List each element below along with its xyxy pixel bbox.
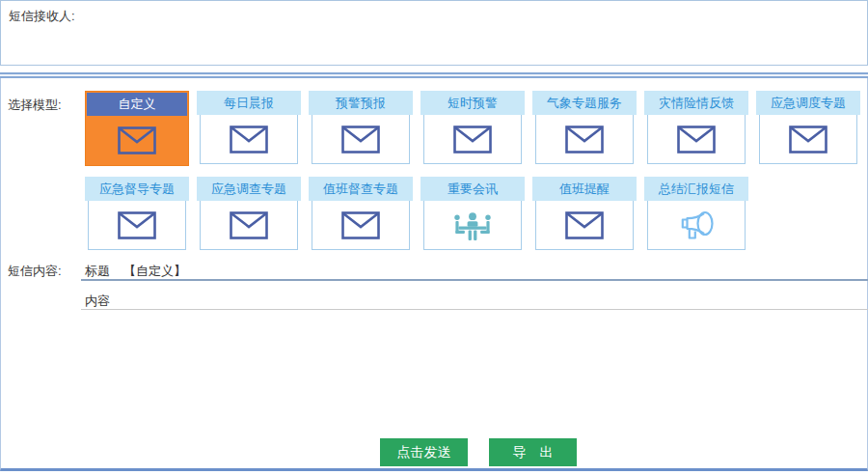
envelope-icon (341, 211, 380, 239)
template-card-body (535, 201, 634, 250)
template-card-body (200, 115, 298, 164)
envelope-icon (789, 126, 827, 154)
template-card-body (86, 116, 188, 164)
template-card[interactable]: 值班督查专题 (309, 177, 413, 252)
template-card-body (312, 115, 410, 164)
template-card[interactable]: 短时预警 (420, 91, 525, 166)
envelope-icon (230, 126, 268, 154)
envelope-icon (677, 126, 716, 154)
recipients-label: 短信接收人: (9, 8, 75, 25)
envelope-icon (341, 126, 380, 154)
template-card[interactable]: 值班提醒 (532, 177, 637, 252)
send-button[interactable]: 点击发送 (380, 438, 468, 466)
envelope-icon (230, 211, 268, 239)
envelope-icon (565, 211, 604, 239)
template-card-body (88, 201, 186, 250)
template-card-label: 应急调查专题 (197, 177, 301, 201)
template-card-body (200, 201, 298, 250)
sms-content-label: 短信内容: (8, 263, 62, 280)
template-card-label: 预警预报 (309, 91, 413, 115)
content-underline (81, 309, 868, 310)
template-card-label: 灾情险情反馈 (644, 91, 748, 115)
recipients-input-area[interactable]: 短信接收人: (0, 0, 868, 66)
envelope-icon (565, 126, 604, 154)
template-card-label: 值班督查专题 (309, 177, 413, 201)
template-card[interactable]: 预警预报 (309, 91, 413, 166)
template-card[interactable]: 重要会讯 (420, 177, 525, 252)
template-card-label: 自定义 (87, 93, 187, 116)
template-card-body (423, 201, 522, 250)
template-card-label: 气象专题服务 (532, 91, 637, 115)
template-card[interactable]: 自定义 (85, 91, 189, 166)
envelope-icon (118, 126, 156, 154)
content-field-label: 内容 (85, 293, 110, 310)
template-card-body (647, 115, 746, 164)
model-select-label: 选择模型: (8, 97, 62, 114)
title-field-label: 标题 (85, 263, 110, 280)
template-card[interactable]: 气象专题服务 (532, 91, 637, 166)
envelope-icon (453, 126, 492, 154)
template-card-body (312, 201, 410, 250)
template-card-label: 应急调度专题 (756, 91, 860, 115)
title-underline (81, 279, 868, 281)
template-card-label: 每日晨报 (197, 91, 301, 115)
template-card[interactable]: 应急调查专题 (197, 177, 301, 252)
export-button[interactable]: 导 出 (489, 438, 577, 466)
template-card[interactable]: 应急督导专题 (85, 177, 189, 252)
template-card-body (535, 115, 634, 164)
template-card-label: 重要会讯 (420, 177, 525, 201)
template-card[interactable]: 应急调度专题 (756, 91, 860, 166)
template-card[interactable]: 每日晨报 (197, 91, 301, 166)
template-card-label: 应急督导专题 (85, 177, 189, 201)
template-card-body (423, 115, 522, 164)
template-card-body (647, 201, 746, 250)
template-card[interactable]: 灾情险情反馈 (644, 91, 748, 166)
template-card-label: 短时预警 (420, 91, 525, 115)
template-card-label: 值班提醒 (532, 177, 637, 201)
megaphone-icon (675, 209, 718, 241)
meeting-icon (449, 210, 496, 241)
template-card-label: 总结汇报短信 (644, 177, 748, 201)
template-card[interactable]: 总结汇报短信 (644, 177, 748, 252)
envelope-icon (118, 211, 156, 239)
title-field-value: 【自定义】 (123, 263, 186, 280)
template-card-body (759, 115, 857, 164)
